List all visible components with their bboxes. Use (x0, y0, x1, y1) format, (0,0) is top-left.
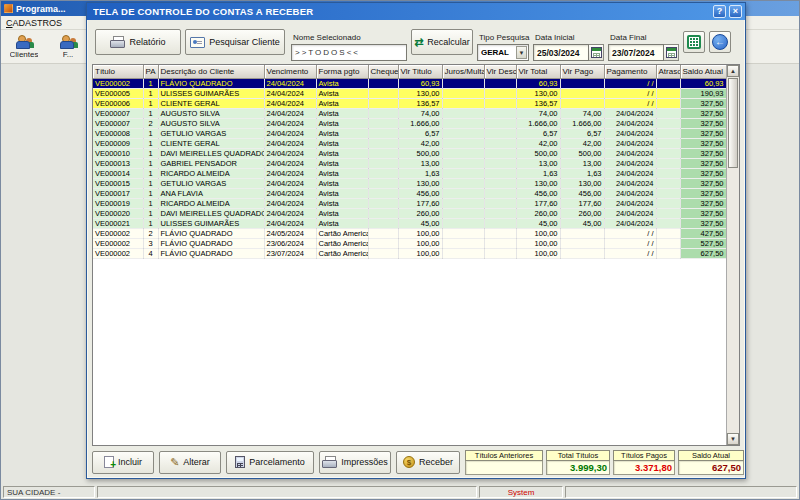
grid-cell: 24/04/2024 (604, 198, 656, 208)
selected-name-field[interactable]: >>TODOS<< (291, 44, 407, 61)
grid-cell: 130,00 (516, 88, 560, 98)
grid-cell: VE000005 (93, 88, 143, 98)
column-header[interactable]: Atraso (656, 65, 680, 78)
table-row[interactable]: VE0000171ANA FLAVIA24/04/2024Avista456,0… (93, 188, 726, 198)
calendar-icon (591, 47, 602, 58)
report-button[interactable]: Relatório (95, 29, 181, 55)
grid-cell: VE000002 (93, 248, 143, 258)
table-row[interactable]: VE0000201DAVI MEIRELLES QUADRADO24/04/20… (93, 208, 726, 218)
column-header[interactable]: Saldo Atual (680, 65, 726, 78)
table-row[interactable]: VE0000131GABRIEL PENSADOR24/04/2024Avist… (93, 158, 726, 168)
column-header[interactable]: PA (143, 65, 158, 78)
column-header[interactable]: Vencimento (264, 65, 316, 78)
grid-cell: 130,00 (560, 178, 604, 188)
scroll-down-arrow[interactable]: ▼ (727, 433, 739, 445)
table-row[interactable]: VE0000072AUGUSTO SILVA24/04/2024Avista1.… (93, 118, 726, 128)
grid-cell: 2 (143, 228, 158, 238)
table-row[interactable]: VE0000091CLIENTE GERAL24/04/2024Avista42… (93, 138, 726, 148)
grid-cell: VE000008 (93, 128, 143, 138)
grid-cell: 6,57 (560, 128, 604, 138)
table-row[interactable]: VE0000141RICARDO ALMEIDA24/04/2024Avista… (93, 168, 726, 178)
grid-cell: 24/04/2024 (604, 158, 656, 168)
search-client-button[interactable]: Pesquisar Cliente (185, 29, 285, 55)
grid-cell: 60,93 (516, 78, 560, 88)
table-row[interactable]: VE0000021FLÁVIO QUADRADO24/04/2024Avista… (93, 78, 726, 88)
column-header[interactable]: Título (93, 65, 143, 78)
grid-cell: 1 (143, 178, 158, 188)
table-row[interactable]: VE0000024FLÁVIO QUADRADO23/07/2024Cartão… (93, 248, 726, 258)
grid-cell: Avista (316, 188, 368, 198)
scrollbar-thumb[interactable] (728, 78, 738, 168)
column-header[interactable]: Forma pgto (316, 65, 368, 78)
export-spreadsheet-button[interactable] (683, 31, 705, 53)
table-row[interactable]: VE0000051ULISSES GUIMARÃES24/04/2024Avis… (93, 88, 726, 98)
help-button[interactable]: ? (713, 5, 726, 18)
impressoes-button[interactable]: Impressões (319, 451, 391, 474)
grid-cell: 177,60 (398, 198, 442, 208)
table-row[interactable]: VE0000101DAVI MEIRELLES QUADRADO24/04/20… (93, 148, 726, 158)
column-header[interactable]: Juros/Multa (442, 65, 484, 78)
grid-cell: 627,50 (680, 248, 726, 258)
alterar-button[interactable]: ✎ Alterar (159, 451, 221, 474)
table-row[interactable]: VE0000023FLÁVIO QUADRADO23/06/2024Cartão… (93, 238, 726, 248)
grid-cell: FLÁVIO QUADRADO (158, 78, 264, 88)
date-end-calendar-button[interactable] (664, 44, 679, 61)
date-start-field[interactable]: 25/03/2024 (533, 44, 589, 61)
grid-cell: Avista (316, 128, 368, 138)
grid-cell (368, 128, 398, 138)
close-button[interactable]: × (729, 5, 742, 18)
totals-total-titulos: Total Títulos 3.999,30 (546, 450, 610, 475)
grid-rows-area[interactable]: TítuloPADescrição do ClienteVencimentoFo… (93, 65, 726, 445)
date-end-field[interactable]: 23/07/2024 (608, 44, 664, 61)
menu-item-cadastros[interactable]: CADASTROS (6, 18, 62, 28)
grid-cell: 500,00 (560, 148, 604, 158)
client-card-icon (190, 37, 205, 48)
grid-cell: 24/04/2024 (264, 108, 316, 118)
grid-cell (656, 148, 680, 158)
grid-cell: 24/04/2024 (604, 118, 656, 128)
chevron-down-icon[interactable]: ▼ (516, 46, 527, 59)
column-header[interactable]: Pagamento (604, 65, 656, 78)
column-header[interactable]: Vlr Pago (560, 65, 604, 78)
parcelamento-button[interactable]: Parcelamento (226, 451, 314, 474)
grid-cell: 24/04/2024 (604, 138, 656, 148)
toolbar-button-partial[interactable]: F... (47, 31, 89, 62)
grid-cell: Avista (316, 168, 368, 178)
column-header[interactable]: Descrição do Cliente (158, 65, 264, 78)
recalculate-button[interactable]: ⇄ Recalcular (411, 29, 473, 55)
spreadsheet-icon (687, 35, 701, 49)
back-arrow-icon: ← (712, 34, 728, 50)
printer-icon (110, 36, 125, 48)
date-start-calendar-button[interactable] (589, 44, 604, 61)
incluir-button[interactable]: Incluir (92, 451, 154, 474)
table-row[interactable]: VE0000022FLÁVIO QUADRADO24/05/2024Cartão… (93, 228, 726, 238)
table-row[interactable]: VE0000081GETULIO VARGAS24/04/2024Avista6… (93, 128, 726, 138)
table-row[interactable]: VE0000191RICARDO ALMEIDA24/04/2024Avista… (93, 198, 726, 208)
date-start-group: Data Inicial 25/03/2024 (533, 23, 604, 61)
column-header[interactable]: Vlr Desc. (484, 65, 516, 78)
grid-cell: 45,00 (398, 218, 442, 228)
grid-cell (484, 78, 516, 88)
grid-cell (442, 78, 484, 88)
table-row[interactable]: VE0000151GETULIO VARGAS24/04/2024Avista1… (93, 178, 726, 188)
receber-button[interactable]: $ Receber (396, 451, 460, 474)
toolbar-button-clientes[interactable]: Clientes (3, 31, 45, 62)
table-row[interactable]: VE0000211ULISSES GUIMARÃES24/04/2024Avis… (93, 218, 726, 228)
exit-button[interactable]: ← (709, 31, 731, 53)
search-type-select[interactable]: GERAL ▼ (477, 44, 529, 61)
table-row[interactable]: VE0000071AUGUSTO SILVA24/04/2024Avista74… (93, 108, 726, 118)
column-header[interactable]: Vlr Titulo (398, 65, 442, 78)
column-header[interactable]: Vlr Total (516, 65, 560, 78)
table-row[interactable]: VE0000061CLIENTE GERAL24/04/2024Avista13… (93, 98, 726, 108)
grid-cell: 24/04/2024 (604, 128, 656, 138)
column-header[interactable]: Cheque (368, 65, 398, 78)
total-value: 3.999,30 (546, 461, 610, 475)
grid-cell: VE000014 (93, 168, 143, 178)
grid-cell (484, 238, 516, 248)
vertical-scrollbar[interactable]: ▲ ▼ (726, 65, 739, 445)
grid-cell (442, 198, 484, 208)
scroll-up-arrow[interactable]: ▲ (727, 65, 739, 77)
grid-cell: 1 (143, 128, 158, 138)
grid-cell: 6,57 (516, 128, 560, 138)
grid-cell: 500,00 (516, 148, 560, 158)
